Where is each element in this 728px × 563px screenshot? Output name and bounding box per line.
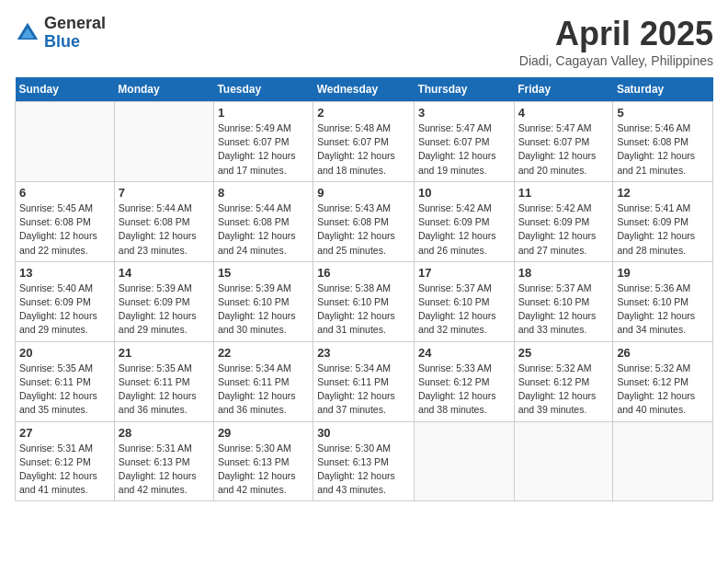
calendar-cell: 23Sunrise: 5:34 AMSunset: 6:11 PMDayligh…: [313, 341, 415, 421]
day-number: 24: [418, 346, 510, 360]
calendar-cell: 13Sunrise: 5:40 AMSunset: 6:09 PMDayligh…: [16, 261, 115, 341]
day-number: 21: [119, 346, 210, 360]
calendar-cell: 19Sunrise: 5:36 AMSunset: 6:10 PMDayligh…: [613, 261, 713, 341]
day-info: Sunrise: 5:45 AMSunset: 6:08 PMDaylight:…: [19, 201, 110, 258]
calendar-cell: 1Sunrise: 5:49 AMSunset: 6:07 PMDaylight…: [213, 102, 313, 182]
calendar-week-row: 27Sunrise: 5:31 AMSunset: 6:12 PMDayligh…: [16, 421, 713, 501]
day-info: Sunrise: 5:47 AMSunset: 6:07 PMDaylight:…: [418, 121, 510, 178]
day-info: Sunrise: 5:46 AMSunset: 6:08 PMDaylight:…: [617, 121, 709, 178]
day-number: 7: [119, 186, 210, 200]
day-number: 30: [317, 426, 410, 440]
calendar-cell: 15Sunrise: 5:39 AMSunset: 6:10 PMDayligh…: [213, 261, 313, 341]
calendar-cell: 2Sunrise: 5:48 AMSunset: 6:07 PMDaylight…: [313, 102, 415, 182]
day-number: 27: [19, 426, 110, 440]
day-info: Sunrise: 5:48 AMSunset: 6:07 PMDaylight:…: [317, 121, 410, 178]
day-number: 23: [317, 346, 410, 360]
calendar-cell: 18Sunrise: 5:37 AMSunset: 6:10 PMDayligh…: [514, 261, 613, 341]
day-number: 22: [218, 346, 309, 360]
day-info: Sunrise: 5:37 AMSunset: 6:10 PMDaylight:…: [518, 282, 609, 338]
calendar-cell: 5Sunrise: 5:46 AMSunset: 6:08 PMDaylight…: [613, 102, 713, 182]
day-number: 5: [617, 106, 709, 120]
day-number: 18: [518, 266, 609, 280]
calendar-cell: [414, 421, 514, 501]
calendar-cell: [16, 102, 115, 182]
day-number: 28: [119, 426, 210, 440]
calendar-week-row: 1Sunrise: 5:49 AMSunset: 6:07 PMDaylight…: [16, 102, 713, 182]
calendar-cell: 4Sunrise: 5:47 AMSunset: 6:07 PMDaylight…: [514, 102, 613, 182]
day-number: 16: [317, 266, 410, 280]
calendar-cell: 26Sunrise: 5:32 AMSunset: 6:12 PMDayligh…: [613, 341, 713, 421]
calendar-cell: 14Sunrise: 5:39 AMSunset: 6:09 PMDayligh…: [114, 261, 213, 341]
calendar-cell: 24Sunrise: 5:33 AMSunset: 6:12 PMDayligh…: [414, 341, 514, 421]
day-info: Sunrise: 5:34 AMSunset: 6:11 PMDaylight:…: [317, 362, 410, 418]
calendar-week-row: 13Sunrise: 5:40 AMSunset: 6:09 PMDayligh…: [16, 261, 713, 341]
logo: General Blue: [15, 15, 106, 52]
day-number: 1: [218, 106, 309, 120]
calendar-cell: 30Sunrise: 5:30 AMSunset: 6:13 PMDayligh…: [313, 421, 415, 501]
day-info: Sunrise: 5:33 AMSunset: 6:12 PMDaylight:…: [418, 362, 510, 418]
day-info: Sunrise: 5:43 AMSunset: 6:08 PMDaylight:…: [317, 201, 410, 258]
logo-text: General Blue: [44, 15, 106, 52]
day-info: Sunrise: 5:32 AMSunset: 6:12 PMDaylight:…: [617, 362, 709, 418]
day-number: 11: [518, 186, 609, 200]
day-number: 14: [119, 266, 210, 280]
calendar-cell: 20Sunrise: 5:35 AMSunset: 6:11 PMDayligh…: [16, 341, 115, 421]
day-number: 10: [418, 186, 510, 200]
day-info: Sunrise: 5:34 AMSunset: 6:11 PMDaylight:…: [218, 362, 309, 418]
col-wednesday: Wednesday: [313, 77, 415, 102]
day-number: 19: [617, 266, 709, 280]
day-number: 17: [418, 266, 510, 280]
calendar-cell: 16Sunrise: 5:38 AMSunset: 6:10 PMDayligh…: [313, 261, 415, 341]
calendar-header-row: Sunday Monday Tuesday Wednesday Thursday…: [16, 77, 713, 102]
calendar-week-row: 6Sunrise: 5:45 AMSunset: 6:08 PMDaylight…: [16, 181, 713, 261]
day-info: Sunrise: 5:41 AMSunset: 6:09 PMDaylight:…: [617, 201, 709, 258]
day-info: Sunrise: 5:37 AMSunset: 6:10 PMDaylight:…: [418, 282, 510, 338]
day-info: Sunrise: 5:39 AMSunset: 6:09 PMDaylight:…: [119, 282, 210, 338]
calendar-cell: 10Sunrise: 5:42 AMSunset: 6:09 PMDayligh…: [414, 181, 514, 261]
day-number: 8: [218, 186, 309, 200]
day-info: Sunrise: 5:38 AMSunset: 6:10 PMDaylight:…: [317, 282, 410, 338]
col-sunday: Sunday: [16, 77, 115, 102]
calendar-cell: 6Sunrise: 5:45 AMSunset: 6:08 PMDaylight…: [16, 181, 115, 261]
calendar-cell: [114, 102, 213, 182]
day-info: Sunrise: 5:49 AMSunset: 6:07 PMDaylight:…: [218, 121, 309, 178]
day-info: Sunrise: 5:42 AMSunset: 6:09 PMDaylight:…: [518, 201, 609, 258]
day-number: 29: [218, 426, 309, 440]
day-info: Sunrise: 5:31 AMSunset: 6:13 PMDaylight:…: [119, 442, 210, 498]
calendar-cell: 8Sunrise: 5:44 AMSunset: 6:08 PMDaylight…: [213, 181, 313, 261]
col-thursday: Thursday: [414, 77, 514, 102]
day-number: 15: [218, 266, 309, 280]
day-info: Sunrise: 5:40 AMSunset: 6:09 PMDaylight:…: [19, 282, 110, 338]
day-info: Sunrise: 5:30 AMSunset: 6:13 PMDaylight:…: [317, 442, 410, 498]
calendar-cell: 21Sunrise: 5:35 AMSunset: 6:11 PMDayligh…: [114, 341, 213, 421]
logo-icon: [15, 20, 40, 46]
day-number: 2: [317, 106, 410, 120]
day-number: 13: [19, 266, 110, 280]
day-info: Sunrise: 5:35 AMSunset: 6:11 PMDaylight:…: [19, 362, 110, 418]
day-info: Sunrise: 5:35 AMSunset: 6:11 PMDaylight:…: [119, 362, 210, 418]
location: Diadi, Cagayan Valley, Philippines: [519, 53, 713, 68]
col-saturday: Saturday: [613, 77, 713, 102]
calendar-cell: 12Sunrise: 5:41 AMSunset: 6:09 PMDayligh…: [613, 181, 713, 261]
day-info: Sunrise: 5:32 AMSunset: 6:12 PMDaylight:…: [518, 362, 609, 418]
title-section: April 2025 Diadi, Cagayan Valley, Philip…: [519, 15, 713, 68]
day-number: 26: [617, 346, 709, 360]
day-number: 25: [518, 346, 609, 360]
calendar-cell: 27Sunrise: 5:31 AMSunset: 6:12 PMDayligh…: [16, 421, 115, 501]
day-info: Sunrise: 5:31 AMSunset: 6:12 PMDaylight:…: [19, 442, 110, 498]
col-friday: Friday: [514, 77, 613, 102]
calendar-cell: 22Sunrise: 5:34 AMSunset: 6:11 PMDayligh…: [213, 341, 313, 421]
day-info: Sunrise: 5:42 AMSunset: 6:09 PMDaylight:…: [418, 201, 510, 258]
day-info: Sunrise: 5:47 AMSunset: 6:07 PMDaylight:…: [518, 121, 609, 178]
col-tuesday: Tuesday: [213, 77, 313, 102]
day-number: 6: [19, 186, 110, 200]
day-info: Sunrise: 5:30 AMSunset: 6:13 PMDaylight:…: [218, 442, 309, 498]
calendar-cell: 28Sunrise: 5:31 AMSunset: 6:13 PMDayligh…: [114, 421, 213, 501]
calendar-cell: 29Sunrise: 5:30 AMSunset: 6:13 PMDayligh…: [213, 421, 313, 501]
day-number: 3: [418, 106, 510, 120]
page-header: General Blue April 2025 Diadi, Cagayan V…: [15, 15, 713, 68]
day-info: Sunrise: 5:36 AMSunset: 6:10 PMDaylight:…: [617, 282, 709, 338]
calendar-cell: 11Sunrise: 5:42 AMSunset: 6:09 PMDayligh…: [514, 181, 613, 261]
calendar-cell: 7Sunrise: 5:44 AMSunset: 6:08 PMDaylight…: [114, 181, 213, 261]
calendar-cell: 3Sunrise: 5:47 AMSunset: 6:07 PMDaylight…: [414, 102, 514, 182]
